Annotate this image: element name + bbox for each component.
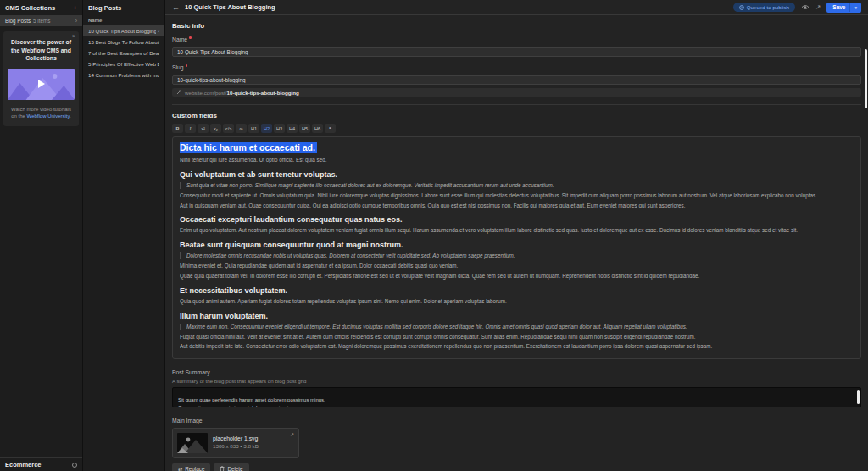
toolbar-h6-button[interactable]: H6 bbox=[312, 124, 323, 133]
rich-text-h3: Illum harum voluptatem. bbox=[180, 312, 854, 320]
rich-text-p: Aut in quisquam veniam aut. Quae consequ… bbox=[180, 202, 854, 209]
list-item[interactable]: 5 Principles Of Effective Web Design bbox=[83, 58, 164, 69]
toolbar-h2-button[interactable]: H2 bbox=[261, 124, 272, 133]
rich-text-editor[interactable]: Dicta hic harum et occaecati ad.Nihil te… bbox=[172, 136, 861, 359]
toolbar-subscript-button[interactable]: x₂ bbox=[210, 124, 221, 133]
textarea-scrollbar[interactable] bbox=[857, 390, 860, 404]
required-dot bbox=[186, 64, 188, 67]
open-asset-icon[interactable]: ↗ bbox=[290, 431, 294, 437]
sidebar-title: CMS Collections bbox=[5, 4, 55, 12]
chevron-right-icon: › bbox=[75, 18, 77, 24]
status-badge-label: Queued to publish bbox=[747, 4, 789, 10]
toolbar-code-button[interactable]: </> bbox=[223, 124, 234, 133]
name-input[interactable] bbox=[172, 47, 861, 57]
close-icon[interactable]: × bbox=[72, 33, 75, 39]
url-slug: 10-quick-tips-about-blogging bbox=[227, 90, 299, 96]
queued-clock-icon bbox=[739, 5, 744, 10]
toolbar-blockquote-button[interactable]: ❝ bbox=[325, 124, 336, 133]
save-button[interactable]: Save ▾ bbox=[826, 3, 861, 13]
list-item-label: 15 Best Blogs To Follow About Web Desi… bbox=[88, 39, 159, 45]
toolbar-italic-button[interactable]: I bbox=[185, 124, 196, 133]
ecommerce-label: Ecommerce bbox=[5, 461, 42, 468]
toolbar-bold-button[interactable]: B bbox=[172, 124, 183, 133]
replace-icon: ⇄ bbox=[178, 466, 182, 471]
play-icon bbox=[38, 80, 45, 88]
preview-eye-icon[interactable] bbox=[801, 4, 810, 10]
name-field-label: Name bbox=[172, 36, 861, 42]
page-title: 10 Quick Tips About Blogging bbox=[185, 3, 275, 11]
rich-text-h3: Beatae sunt quisquam consequuntur quod a… bbox=[180, 241, 854, 249]
save-dropdown-caret-icon[interactable]: ▾ bbox=[849, 3, 861, 12]
rich-text-h3: Et necessitatibus voluptatem. bbox=[180, 286, 854, 295]
post-summary-value: Sit quam quae perferendis harum amet dol… bbox=[178, 397, 326, 407]
item-editor: ← 10 Quick Tips About Blogging Queued to… bbox=[165, 0, 868, 471]
rich-text-quote: Dolore molestiae omnis recusandae nobis … bbox=[180, 252, 854, 259]
rich-text-quote: Maxime eum non. Consequuntur eveniet eli… bbox=[180, 324, 854, 330]
promo-caption: Watch more video tutorials on the Webflo… bbox=[8, 106, 75, 120]
rich-text-p: Consequatur modi et sapiente ut. Omnis v… bbox=[180, 192, 854, 199]
sidebar-item-blog-posts[interactable]: Blog Posts 5 items › bbox=[0, 15, 82, 26]
webflow-university-link[interactable]: Webflow University. bbox=[27, 114, 71, 119]
rich-text-p: Nihil tenetur qui iure assumenda. Ut opt… bbox=[180, 157, 854, 163]
link-icon bbox=[176, 90, 181, 95]
post-summary-help: A summary of the blog post that appears … bbox=[172, 378, 861, 384]
section-divider bbox=[172, 104, 861, 105]
editor-content[interactable]: Basic info Name Slug website.com/post/10… bbox=[165, 15, 868, 471]
column-header-name: Name bbox=[83, 15, 164, 25]
replace-label: Replace bbox=[185, 466, 204, 471]
page-scrollbar[interactable] bbox=[865, 49, 867, 108]
post-summary-textarea[interactable]: Sit quam quae perferendis harum amet dol… bbox=[172, 387, 861, 407]
toolbar-h1-button[interactable]: H1 bbox=[248, 124, 259, 133]
post-summary-label: Post Summary bbox=[172, 369, 861, 375]
list-item[interactable]: 7 of the Best Examples of Beautiful Blog… bbox=[83, 47, 164, 58]
rich-text-p: Quia quod animi autem. Aperiam fugiat do… bbox=[180, 298, 854, 305]
toolbar-h3-button[interactable]: H3 bbox=[274, 124, 285, 133]
promo-card: × Discover the power of the Webflow CMS … bbox=[3, 31, 79, 126]
main-image-label: Main Image bbox=[172, 418, 861, 424]
rich-text-h3: Occaecati excepturi laudantium consequat… bbox=[180, 215, 854, 224]
main-image-filename: placeholder 1.svg bbox=[213, 435, 259, 441]
rich-text-p: Enim ut quo voluptatem. Aut nostrum plac… bbox=[180, 227, 854, 234]
section-basic-info: Basic info bbox=[172, 22, 861, 30]
required-dot bbox=[189, 36, 192, 39]
add-collection-icon[interactable]: + bbox=[73, 4, 77, 12]
rich-text-p: Quae quia quaerat totam vel. In dolorem … bbox=[180, 273, 854, 280]
main-image-card[interactable]: placeholder 1.svg 1306 x 833 • 3.8 kB ↗ bbox=[172, 428, 299, 458]
blog-posts-panel: Blog Posts Name 10 Quick Tips About Blog… bbox=[83, 0, 165, 471]
collapse-icon[interactable]: − bbox=[65, 4, 70, 12]
editor-topbar: ← 10 Quick Tips About Blogging Queued to… bbox=[165, 0, 868, 15]
slug-input[interactable] bbox=[172, 75, 861, 85]
rich-text-p: Minima eveniet et. Quia repudiandae quid… bbox=[180, 263, 854, 269]
collection-label: Blog Posts bbox=[5, 18, 31, 24]
rich-text-p: Aut debitis impedit iste iste. Consectet… bbox=[180, 343, 854, 350]
sidebar-header: CMS Collections − + bbox=[0, 0, 82, 15]
list-item-label: 10 Quick Tips About Blogging bbox=[88, 28, 156, 34]
list-item[interactable]: 10 Quick Tips About Blogging› bbox=[83, 25, 164, 36]
post-url-preview[interactable]: website.com/post/10-quick-tips-about-blo… bbox=[172, 88, 861, 97]
toolbar-superscript-button[interactable]: x² bbox=[198, 124, 209, 133]
url-prefix: website.com/post/ bbox=[185, 90, 227, 96]
rich-text-p: Fugiat quasi officia nihil aut. Velit at… bbox=[180, 334, 854, 341]
toolbar-h4-button[interactable]: H4 bbox=[287, 124, 298, 133]
main-image-meta: 1306 x 833 • 3.8 kB bbox=[213, 443, 259, 449]
list-item[interactable]: 14 Common Problems with modern Web… bbox=[83, 69, 164, 80]
list-item-label: 14 Common Problems with modern Web… bbox=[88, 72, 159, 78]
section-custom-fields: Custom fields bbox=[172, 112, 861, 119]
save-button-label: Save bbox=[826, 3, 849, 13]
back-icon[interactable]: ← bbox=[172, 3, 180, 12]
list-item-label: 7 of the Best Examples of Beautiful Blog… bbox=[88, 50, 159, 56]
blog-posts-list: 10 Quick Tips About Blogging›15 Best Blo… bbox=[83, 25, 164, 80]
share-icon[interactable]: ↗ bbox=[815, 3, 821, 11]
main-image-replace-button[interactable]: ⇄ Replace bbox=[172, 463, 210, 471]
status-badge[interactable]: Queued to publish bbox=[733, 3, 795, 12]
ecommerce-badge-icon bbox=[72, 463, 77, 468]
list-item-label: 5 Principles Of Effective Web Design bbox=[88, 61, 159, 67]
video-thumbnail[interactable] bbox=[8, 69, 75, 100]
list-item[interactable]: 15 Best Blogs To Follow About Web Desi… bbox=[83, 36, 164, 47]
main-image-delete-button[interactable]: Delete bbox=[214, 463, 248, 471]
toolbar-link-button[interactable]: ∞ bbox=[236, 124, 247, 133]
sidebar-item-ecommerce[interactable]: Ecommerce bbox=[0, 457, 82, 471]
rich-text-toolbar: BIx²x₂</>∞H1H2H3H4H5H6❝ bbox=[172, 124, 861, 133]
toolbar-h5-button[interactable]: H5 bbox=[299, 124, 310, 133]
selected-text: Dicta hic harum et occaecati ad. bbox=[180, 142, 317, 153]
